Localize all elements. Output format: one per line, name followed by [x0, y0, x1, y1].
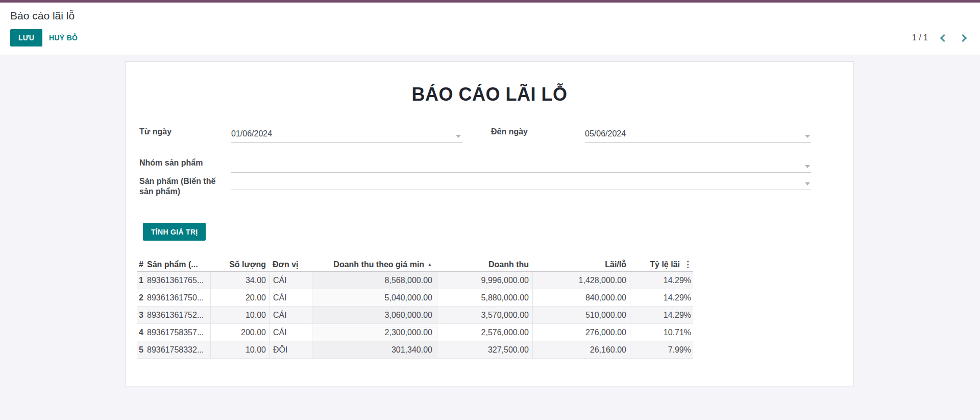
- cell-index: 4: [137, 324, 147, 341]
- cell-index: 2: [137, 289, 147, 306]
- cell-product: 89361758332...: [147, 341, 210, 358]
- product-variant-input[interactable]: [231, 175, 811, 190]
- cell-margin: 14.29%: [630, 272, 693, 289]
- cell-profit: 26,160.00: [532, 341, 630, 358]
- cell-revenue-min: 301,340.00: [312, 341, 437, 358]
- cell-revenue-min: 8,568,000.00: [312, 272, 437, 289]
- to-date-label: Đến ngày: [491, 127, 528, 137]
- col-header-index[interactable]: #: [137, 258, 147, 271]
- chevron-right-icon[interactable]: [959, 34, 967, 42]
- table-row[interactable]: 1 89361361765... 34.00 CÁI 8,568,000.00 …: [137, 272, 693, 289]
- cell-unit: CÁI: [270, 289, 312, 306]
- product-group-label: Nhóm sản phẩm: [139, 158, 203, 168]
- cell-revenue: 2,576,000.00: [437, 324, 532, 341]
- from-date-input[interactable]: [231, 127, 462, 142]
- cell-index: 5: [137, 341, 147, 358]
- product-variant-caret-icon[interactable]: [805, 182, 810, 185]
- report-form-card: BÁO CÁO LÃI LỖ Từ ngày Đến ngày Nhóm sản…: [125, 61, 854, 386]
- cell-profit: 276,000.00: [532, 324, 630, 341]
- pager-counter: 1 / 1: [912, 33, 928, 42]
- product-variant-field: [231, 175, 811, 190]
- table-row[interactable]: 5 89361758332... 10.00 ĐÔI 301,340.00 32…: [137, 341, 693, 359]
- col-header-quantity[interactable]: Số lượng: [210, 258, 270, 271]
- cell-revenue: 327,500.00: [437, 341, 532, 358]
- save-button[interactable]: LƯU: [10, 29, 42, 46]
- cell-index: 3: [137, 307, 147, 323]
- cell-margin: 10.71%: [630, 324, 693, 341]
- col-header-revenue-min[interactable]: Doanh thu theo giá min ▲: [312, 258, 437, 271]
- cell-product: 89361361765...: [147, 272, 210, 289]
- optional-columns-kebab-icon[interactable]: ⋮: [683, 260, 692, 270]
- from-date-caret-icon[interactable]: [456, 135, 461, 138]
- compute-values-button[interactable]: TÍNH GIÁ TRỊ: [143, 223, 206, 241]
- cell-revenue: 9,996,000.00: [437, 272, 532, 289]
- cell-unit: ĐÔI: [270, 341, 312, 358]
- from-date-field: [231, 127, 462, 143]
- product-group-input[interactable]: [231, 157, 811, 172]
- table-row[interactable]: 4 89361758357... 200.00 CÁI 2,300,000.00…: [137, 324, 693, 341]
- pager: 1 / 1: [912, 33, 966, 42]
- cell-quantity: 200.00: [210, 324, 270, 341]
- cell-unit: CÁI: [270, 324, 312, 341]
- screen: Báo cáo lãi lỗ LƯU HUỶ BỎ 1 / 1 BÁO CÁO …: [0, 0, 980, 420]
- cell-quantity: 10.00: [210, 341, 270, 358]
- to-date-input[interactable]: [585, 127, 811, 142]
- col-header-product[interactable]: Sản phẩm (...: [147, 258, 210, 271]
- cell-margin: 14.29%: [630, 307, 693, 323]
- to-date-caret-icon[interactable]: [805, 135, 810, 138]
- sort-asc-icon: ▲: [427, 262, 432, 267]
- cell-product: 89361361750...: [147, 289, 210, 306]
- table-row[interactable]: 2 89361361750... 20.00 CÁI 5,040,000.00 …: [137, 289, 693, 307]
- cell-quantity: 34.00: [210, 272, 270, 289]
- col-header-unit[interactable]: Đơn vị: [270, 258, 312, 271]
- chevron-left-icon[interactable]: [940, 34, 948, 42]
- product-group-caret-icon[interactable]: [805, 165, 810, 168]
- cell-profit: 1,428,000.00: [532, 272, 630, 289]
- to-date-field: [585, 127, 811, 143]
- cell-unit: CÁI: [270, 272, 312, 289]
- table-row[interactable]: 3 89361361752... 10.00 CÁI 3,060,000.00 …: [137, 307, 693, 324]
- cell-margin: 14.29%: [630, 289, 693, 306]
- cell-product: 89361361752...: [147, 307, 210, 323]
- cell-quantity: 20.00: [210, 289, 270, 306]
- cell-revenue-min: 5,040,000.00: [312, 289, 437, 306]
- cell-profit: 510,000.00: [532, 307, 630, 323]
- from-date-label: Từ ngày: [139, 127, 172, 137]
- col-header-profit[interactable]: Lãi/lỗ: [532, 258, 630, 271]
- cancel-button[interactable]: HUỶ BỎ: [45, 29, 82, 46]
- cell-product: 89361758357...: [147, 324, 210, 341]
- product-group-field: [231, 157, 811, 173]
- cell-revenue: 5,880,000.00: [437, 289, 532, 306]
- cell-index: 1: [137, 272, 147, 289]
- col-header-revenue[interactable]: Doanh thu: [437, 258, 532, 271]
- cell-revenue-min: 2,300,000.00: [312, 324, 437, 341]
- breadcrumb-title: Báo cáo lãi lỗ: [10, 10, 75, 22]
- cell-unit: CÁI: [270, 307, 312, 323]
- col-header-revenue-min-label: Doanh thu theo giá min: [333, 260, 424, 269]
- table-header-row: # Sản phẩm (... Số lượng Đơn vị Doanh th…: [137, 258, 693, 272]
- product-variant-label: Sản phẩm (Biến thể sản phẩm): [139, 176, 216, 197]
- cell-margin: 7.99%: [630, 341, 693, 358]
- report-title: BÁO CÁO LÃI LỖ: [126, 84, 853, 105]
- status-bar: Báo cáo lãi lỗ LƯU HUỶ BỎ 1 / 1: [0, 3, 980, 55]
- cell-revenue-min: 3,060,000.00: [312, 307, 437, 323]
- result-table: # Sản phẩm (... Số lượng Đơn vị Doanh th…: [137, 258, 693, 359]
- cell-quantity: 10.00: [210, 307, 270, 323]
- table-body: 1 89361361765... 34.00 CÁI 8,568,000.00 …: [137, 272, 693, 359]
- cell-profit: 840,000.00: [532, 289, 630, 306]
- content-area: BÁO CÁO LÃI LỖ Từ ngày Đến ngày Nhóm sản…: [0, 56, 980, 420]
- cell-revenue: 3,570,000.00: [437, 307, 532, 323]
